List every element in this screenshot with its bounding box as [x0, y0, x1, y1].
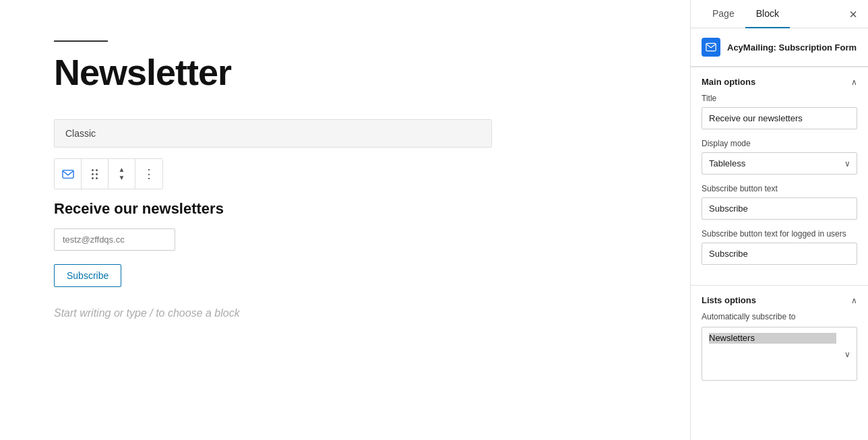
move-arrows-button[interactable]: ▲ ▼ [108, 159, 135, 189]
svg-rect-0 [62, 170, 73, 179]
placeholder-text: Start writing or type / to choose a bloc… [54, 307, 636, 319]
lists-options-header[interactable]: Lists options ∧ [691, 286, 868, 312]
arrows-icon: ▲ ▼ [119, 166, 125, 181]
main-options-header[interactable]: Main options ∧ [691, 67, 868, 94]
tab-page[interactable]: Page [702, 0, 745, 28]
tab-block[interactable]: Block [745, 0, 790, 28]
email-input[interactable] [54, 228, 175, 251]
page-title-bar [54, 40, 108, 42]
plugin-icon [702, 38, 720, 57]
sidebar: Page Block × AcyMailing: Subscription Fo… [690, 0, 868, 440]
main-options-title: Main options [702, 77, 755, 87]
subscribe-logged-input[interactable] [702, 243, 857, 265]
subscribe-btn-label: Subscribe button text [702, 184, 857, 193]
svg-rect-1 [706, 43, 716, 51]
more-options-button[interactable]: ⋮ [135, 159, 162, 189]
lists-chevron-up-icon: ∧ [851, 296, 857, 305]
lists-options-content: Automatically subscribe to Newsletters ∨ [691, 312, 868, 392]
editor-area: Newsletter Classic ▲ ▼ ⋮ Receive [0, 0, 690, 440]
newsletters-select[interactable]: Newsletters [702, 327, 857, 381]
subscribe-logged-label: Subscribe button text for logged in user… [702, 229, 857, 239]
block-heading: Receive our newsletters [54, 200, 636, 218]
more-icon: ⋮ [143, 166, 156, 181]
mail-icon-button[interactable] [55, 159, 82, 189]
drag-dots-icon [92, 169, 98, 179]
sidebar-tabs: Page Block × [691, 0, 868, 28]
display-mode-label: Display mode [702, 139, 857, 148]
lists-options-title: Lists options [702, 295, 756, 305]
block-content: Receive our newsletters Subscribe [54, 200, 636, 287]
title-input[interactable] [702, 107, 857, 129]
subscribe-button[interactable]: Subscribe [54, 264, 121, 287]
template-selector: Classic [54, 119, 492, 148]
drag-handle-button[interactable] [82, 159, 108, 189]
chevron-up-icon: ∧ [851, 77, 857, 87]
close-button[interactable]: × [849, 7, 857, 21]
subscribe-btn-input[interactable] [702, 197, 857, 220]
newsletters-wrapper: Newsletters ∨ [702, 327, 857, 381]
plugin-mail-icon [706, 42, 716, 53]
display-mode-wrapper: Tableless Table ∨ [702, 152, 857, 175]
title-label: Title [702, 94, 857, 103]
plugin-header: AcyMailing: Subscription Form [691, 28, 868, 67]
main-options-content: Title Display mode Tableless Table ∨ Sub… [691, 94, 868, 285]
block-toolbar: ▲ ▼ ⋮ [54, 158, 163, 189]
page-title: Newsletter [54, 53, 636, 92]
display-mode-select[interactable]: Tableless Table [702, 152, 857, 175]
mail-icon [62, 168, 74, 180]
plugin-name: AcyMailing: Subscription Form [727, 42, 857, 53]
auto-subscribe-label: Automatically subscribe to [702, 312, 857, 321]
